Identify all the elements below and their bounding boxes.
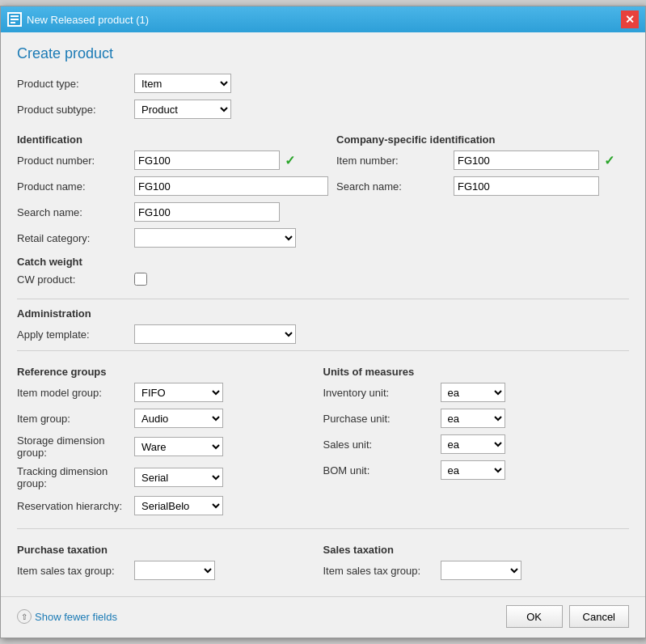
company-identification-section: Company-specific identification Item num… xyxy=(328,125,629,292)
item-number-check-icon: ✓ xyxy=(604,153,614,168)
svg-rect-2 xyxy=(11,19,19,20)
purchase-taxation-section: Purchase taxation Item sales tax group: xyxy=(17,536,323,587)
units-measures-section: Units of measures Inventory unit: eakgpc… xyxy=(323,358,630,522)
inventory-unit-label: Inventory unit: xyxy=(323,387,441,399)
product-subtype-select[interactable]: Product Product master xyxy=(134,100,231,119)
svg-rect-1 xyxy=(11,15,19,17)
item-model-group-row: Item model group: FIFOLIFOAverage xyxy=(17,383,323,402)
cancel-button[interactable]: Cancel xyxy=(569,605,629,628)
footer-buttons: OK Cancel xyxy=(506,605,629,628)
divider-3 xyxy=(17,528,629,529)
item-group-select[interactable]: AudioVideoAccessories xyxy=(134,409,223,428)
main-window: New Released product (1) ✕ Create produc… xyxy=(0,6,646,638)
item-group-row: Item group: AudioVideoAccessories xyxy=(17,409,323,428)
ref-units-section: Reference groups Item model group: FIFOL… xyxy=(17,358,629,522)
divider-1 xyxy=(17,299,629,299)
form-content: Create product Product type: Item Servic… xyxy=(1,32,645,596)
reference-groups-section: Reference groups Item model group: FIFOL… xyxy=(17,358,323,522)
taxation-section: Purchase taxation Item sales tax group: … xyxy=(17,536,629,587)
product-number-check-icon: ✓ xyxy=(285,153,295,168)
purchase-tax-group-label: Item sales tax group: xyxy=(17,565,134,577)
bom-unit-select[interactable]: eakgpcs xyxy=(441,460,505,480)
product-type-select[interactable]: Item Service xyxy=(134,74,231,93)
purchase-tax-group-row: Item sales tax group: xyxy=(17,561,323,580)
apply-template-label: Apply template: xyxy=(17,328,134,341)
item-group-label: Item group: xyxy=(17,413,134,425)
sales-taxation-section: Sales taxation Item sales tax group: xyxy=(323,536,630,587)
sales-unit-select[interactable]: eakgpcs xyxy=(441,434,505,454)
product-number-input-wrap: ✓ xyxy=(134,150,295,170)
purchase-unit-label: Purchase unit: xyxy=(323,413,441,425)
retail-category-label: Retail category: xyxy=(17,232,134,244)
product-number-label: Product number: xyxy=(17,155,134,167)
sales-tax-group-select[interactable] xyxy=(441,561,521,580)
sales-taxation-title: Sales taxation xyxy=(323,544,630,556)
reservation-hier-row: Reservation hierarchy: SerialBeloNone xyxy=(17,496,323,515)
product-type-row: Product type: Item Service xyxy=(17,74,629,93)
search-name-row: Search name: xyxy=(17,202,328,222)
app-icon xyxy=(7,12,22,27)
item-model-group-label: Item model group: xyxy=(17,387,134,399)
show-fewer-icon: ⇧ xyxy=(17,609,32,624)
inventory-unit-row: Inventory unit: eakgpcs xyxy=(323,383,630,402)
apply-template-select[interactable] xyxy=(134,324,296,344)
administration-title: Administration xyxy=(17,307,629,320)
search-name-right-input[interactable] xyxy=(454,176,599,196)
search-name-input[interactable] xyxy=(134,202,280,222)
storage-dim-select[interactable]: WareNone xyxy=(134,437,223,456)
product-name-label: Product name: xyxy=(17,180,134,193)
units-measures-title: Units of measures xyxy=(323,366,630,378)
tracking-dim-row: Tracking dimension group: SerialBatchNon… xyxy=(17,465,323,489)
item-number-input-wrap: ✓ xyxy=(454,150,614,170)
reservation-hier-label: Reservation hierarchy: xyxy=(17,500,134,512)
bom-unit-label: BOM unit: xyxy=(323,464,441,477)
cw-product-checkbox[interactable] xyxy=(134,273,147,286)
title-bar: New Released product (1) ✕ xyxy=(1,6,645,32)
catch-weight-title: Catch weight xyxy=(17,256,328,268)
identification-section: Identification Product number: ✓ Product… xyxy=(17,125,328,292)
storage-dim-row: Storage dimension group: WareNone xyxy=(17,434,323,459)
product-name-row: Product name: xyxy=(17,176,328,196)
item-number-input[interactable] xyxy=(454,150,599,170)
retail-category-select[interactable] xyxy=(134,228,296,248)
storage-dim-label: Storage dimension group: xyxy=(17,434,134,459)
title-bar-left: New Released product (1) xyxy=(7,12,149,27)
reference-groups-title: Reference groups xyxy=(17,366,323,378)
search-name-right-row: Search name: xyxy=(336,176,629,196)
inventory-unit-select[interactable]: eakgpcs xyxy=(441,383,505,402)
svg-rect-3 xyxy=(11,22,15,23)
search-name-right-label: Search name: xyxy=(336,180,454,193)
two-col-section: Identification Product number: ✓ Product… xyxy=(17,125,629,292)
item-number-label: Item number: xyxy=(336,155,454,167)
product-subtype-row: Product subtype: Product Product master xyxy=(17,100,629,119)
company-id-title: Company-specific identification xyxy=(336,133,629,146)
purchase-unit-select[interactable]: eakgpcs xyxy=(441,409,505,428)
item-model-group-select[interactable]: FIFOLIFOAverage xyxy=(134,383,223,402)
product-number-row: Product number: ✓ xyxy=(17,150,328,170)
purchase-unit-row: Purchase unit: eakgpcs xyxy=(323,409,630,428)
cw-product-row: CW product: xyxy=(17,273,328,286)
show-fewer-button[interactable]: ⇧ Show fewer fields xyxy=(17,609,117,624)
sales-tax-group-row: Item sales tax group: xyxy=(323,561,630,580)
product-name-input[interactable] xyxy=(134,176,328,196)
purchase-tax-group-select[interactable] xyxy=(134,561,215,580)
show-fewer-label: Show fewer fields xyxy=(35,611,117,623)
identification-title: Identification xyxy=(17,133,328,146)
ok-button[interactable]: OK xyxy=(506,605,563,628)
bom-unit-row: BOM unit: eakgpcs xyxy=(323,460,630,480)
page-title: Create product xyxy=(17,45,629,62)
reservation-hier-select[interactable]: SerialBeloNone xyxy=(134,496,223,515)
product-type-label: Product type: xyxy=(17,78,134,90)
sales-unit-label: Sales unit: xyxy=(323,439,441,451)
close-button[interactable]: ✕ xyxy=(621,11,639,28)
sales-tax-group-label: Item sales tax group: xyxy=(323,565,441,577)
apply-template-row: Apply template: xyxy=(17,324,629,344)
product-number-input[interactable] xyxy=(134,150,280,170)
window-title: New Released product (1) xyxy=(27,14,149,26)
search-name-label: Search name: xyxy=(17,206,134,218)
product-subtype-label: Product subtype: xyxy=(17,104,134,116)
cw-product-label: CW product: xyxy=(17,273,134,286)
item-number-row: Item number: ✓ xyxy=(336,150,629,170)
tracking-dim-select[interactable]: SerialBatchNone xyxy=(134,468,223,487)
footer: ⇧ Show fewer fields OK Cancel xyxy=(1,596,645,638)
